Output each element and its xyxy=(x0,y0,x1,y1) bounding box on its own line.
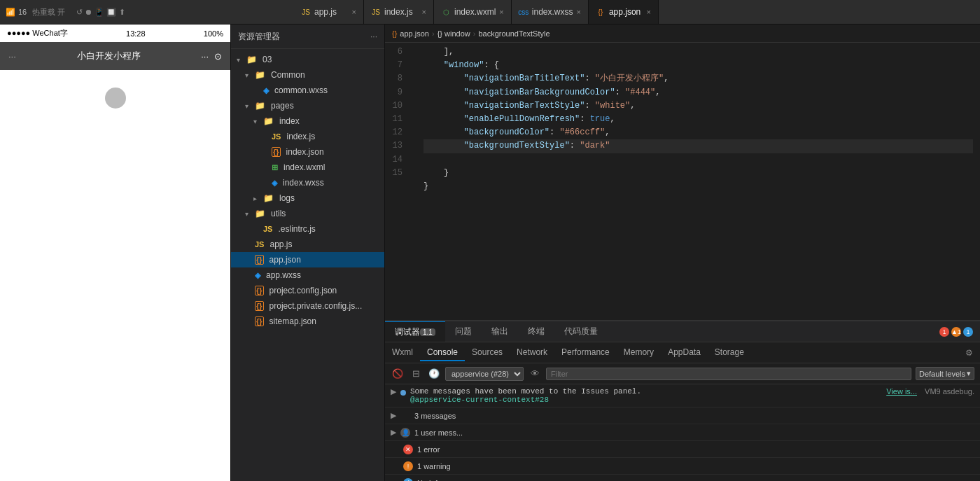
tree-item-index-wxss-file[interactable]: ◈index.wxss xyxy=(231,175,384,190)
phone-signal: ●●●●● WeChat字 xyxy=(7,28,68,39)
tree-item-pages[interactable]: ▾📁pages xyxy=(231,98,384,113)
editor-tab-index-wxml[interactable]: ⬡index.wxml× xyxy=(434,0,512,24)
console-system-message[interactable]: ▶ Some messages have been moved to the I… xyxy=(385,384,980,407)
line-number xyxy=(385,180,410,193)
file-label: index xyxy=(279,116,300,126)
console-tab-storage[interactable]: Storage xyxy=(708,344,751,361)
tree-item-index-json[interactable]: {}index.json xyxy=(231,144,384,160)
editor-tab-index-wxss[interactable]: cssindex.wxss× xyxy=(512,0,589,24)
console-content[interactable]: ▶ Some messages have been moved to the I… xyxy=(385,384,980,481)
editor-tab-app-json[interactable]: {}app.json× xyxy=(589,0,659,24)
file-label: common.wxss xyxy=(274,85,328,95)
breadcrumb: {} app.json › {} window › backgroundText… xyxy=(385,25,980,43)
eye-btn[interactable]: 👁 xyxy=(528,367,542,381)
line-number: 12 xyxy=(385,126,410,139)
file-label: project.private.config.js... xyxy=(270,301,363,311)
filter-toggle-btn[interactable]: ⊟ xyxy=(409,367,423,381)
debug-tab-terminal[interactable]: 终端 xyxy=(518,321,554,342)
file-panel-more[interactable]: ··· xyxy=(370,32,377,41)
tab-icon-app-json: {} xyxy=(596,7,606,17)
tab-close-index-wxml[interactable]: × xyxy=(499,8,503,16)
tree-item-app-wxss-file[interactable]: ◈app.wxss xyxy=(231,267,384,283)
filter-input[interactable] xyxy=(546,368,911,380)
code-content[interactable]: ], "window": { "navigationBarTitleText":… xyxy=(416,43,980,320)
phone-share-icon[interactable]: ⊙ xyxy=(214,51,222,62)
js-icon: JS xyxy=(272,132,281,141)
file-label: .eslintrc.js xyxy=(278,224,315,234)
hotload-btn[interactable]: 热重载 开 xyxy=(32,7,65,18)
debug-tab-output[interactable]: 输出 xyxy=(482,321,518,342)
phone-back-icon: ··· xyxy=(8,51,16,62)
debug-bar: 调试器 1.1问题输出终端代码质量 1 ▲ 1 1 xyxy=(385,321,980,342)
tree-item-utils-folder[interactable]: ▾📁utils xyxy=(231,206,384,221)
file-label: index.js xyxy=(286,132,315,141)
file-label: index.wxss xyxy=(283,178,324,188)
view-issues-link[interactable]: View is... xyxy=(886,387,917,396)
tab-close-app-json[interactable]: × xyxy=(646,8,650,16)
console-tab-network[interactable]: Network xyxy=(510,344,554,361)
phone-title-bar: ··· 小白开发小程序 ··· ⊙ xyxy=(0,42,230,70)
tree-item-Common[interactable]: ▾📁Common xyxy=(231,67,384,83)
tab-close-app-js[interactable]: × xyxy=(352,8,356,16)
console-tab-console[interactable]: Console xyxy=(420,344,465,361)
phone-title-icons: ··· ⊙ xyxy=(201,51,222,62)
expand-arrow[interactable]: ▶ xyxy=(391,387,396,396)
console-row-messages[interactable]: ▶3 messages xyxy=(385,407,980,424)
phone-more-icon[interactable]: ··· xyxy=(201,51,209,62)
default-levels-select[interactable]: Default levels ▾ xyxy=(916,367,974,380)
line-number: 14 xyxy=(385,153,410,167)
tab-icon-app-js: JS xyxy=(301,7,311,17)
tree-item-index-js[interactable]: JSindex.js xyxy=(231,129,384,144)
code-line: "backgroundColor": "#66ccff", xyxy=(424,126,973,139)
line-number: 11 xyxy=(385,113,410,126)
editor-area[interactable]: 6789101112131415 ], "window": { "navigat… xyxy=(385,43,980,320)
console-row-user-msg[interactable]: ▶👤1 user mess... xyxy=(385,424,980,441)
console-tab-wxml[interactable]: Wxml xyxy=(385,344,420,361)
context-selector[interactable]: appservice (#28) xyxy=(445,367,524,381)
phone-battery: 100% xyxy=(204,29,223,38)
settings-icon[interactable]: ⚙ xyxy=(965,348,973,358)
editor-tab-app-js[interactable]: JSapp.js× xyxy=(294,0,364,24)
tree-item-eslintrc[interactable]: JS.eslintrc.js xyxy=(231,221,384,237)
tab-close-index-js[interactable]: × xyxy=(422,8,426,16)
wxss-icon: ◈ xyxy=(263,86,269,95)
warning-icon: ! xyxy=(403,461,413,471)
phone-title: 小白开发小程序 xyxy=(77,50,141,62)
tree-item-project-private[interactable]: {}project.private.config.js... xyxy=(231,298,384,314)
history-btn[interactable]: 🕐 xyxy=(427,367,441,381)
console-tab-performance[interactable]: Performance xyxy=(554,344,617,361)
tree-item-index-wxml[interactable]: ⊞index.wxml xyxy=(231,160,384,175)
debug-tab-debugger[interactable]: 调试器 1.1 xyxy=(385,321,445,342)
json-icon: {} xyxy=(255,316,264,326)
signal-icon: 📶 xyxy=(6,8,15,17)
tree-item-common-wxss[interactable]: ◈common.wxss xyxy=(231,83,384,98)
tree-item-index-folder[interactable]: ▾📁index xyxy=(231,113,384,129)
console-row-info[interactable]: ℹNo info xyxy=(385,475,980,481)
tab-label-app-js: app.js xyxy=(314,7,337,17)
code-line: "navigationBarTitleText": "小白开发小程序", xyxy=(424,72,973,85)
editor-tab-index-js[interactable]: JSindex.js× xyxy=(364,0,434,24)
clear-console-btn[interactable]: 🚫 xyxy=(391,367,405,381)
breadcrumb-icon: {} xyxy=(392,29,397,38)
console-tab-appdatas[interactable]: AppData xyxy=(661,344,708,361)
wxss-icon: ◈ xyxy=(272,179,277,188)
console-row-warning[interactable]: !1 warning xyxy=(385,458,980,475)
debug-tab-quality[interactable]: 代码质量 xyxy=(554,321,608,342)
row-arrow[interactable]: ▶ xyxy=(391,411,396,420)
tree-item-logs-folder[interactable]: ▸📁logs xyxy=(231,190,384,206)
console-tab-memory[interactable]: Memory xyxy=(617,344,661,361)
debug-tab-issues[interactable]: 问题 xyxy=(445,321,482,342)
folder-icon: 📁 xyxy=(255,101,265,111)
tree-item-app-json-file[interactable]: {}app.json xyxy=(231,252,384,267)
tree-item-app-js-file[interactable]: JSapp.js xyxy=(231,237,384,252)
warning-count-badge: ▲ 1 xyxy=(951,327,961,337)
tree-item-sitemap[interactable]: {}sitemap.json xyxy=(231,314,384,329)
tab-close-index-wxss[interactable]: × xyxy=(576,8,580,16)
console-row-error[interactable]: ✕1 error xyxy=(385,441,980,458)
row-arrow[interactable]: ▶ xyxy=(391,428,396,437)
tree-item-project-config[interactable]: {}project.config.json xyxy=(231,283,384,298)
error-count-badge: 1 xyxy=(939,327,949,337)
folder-arrow: ▾ xyxy=(245,102,252,110)
console-tab-sources[interactable]: Sources xyxy=(465,344,510,361)
tree-item-03[interactable]: ▾📁03 xyxy=(231,52,384,67)
